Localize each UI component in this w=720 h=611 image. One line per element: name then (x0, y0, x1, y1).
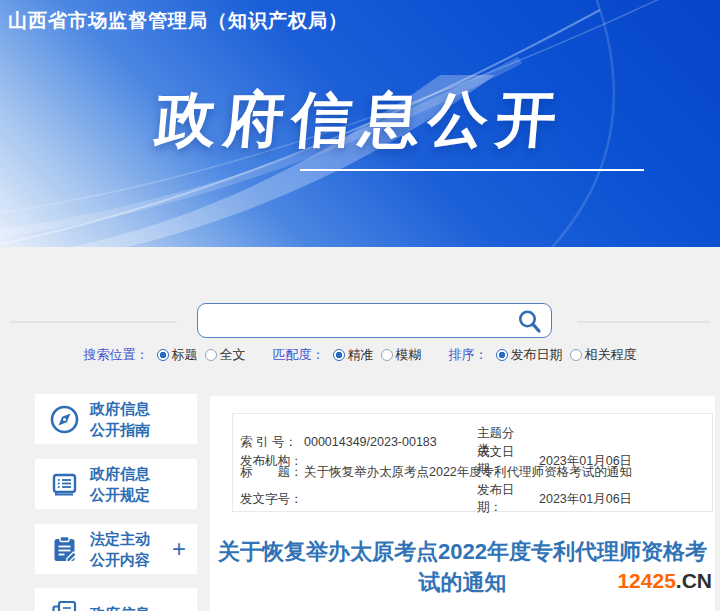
radio-option-relevance[interactable]: 相关程度 (570, 346, 637, 364)
meta-label: 索 引 号： (240, 434, 304, 451)
meta-row-index: 索 引 号： 000014349/2023-00183 主题分类： (233, 425, 712, 444)
compass-icon (48, 403, 81, 436)
site-title: 山西省市场监督管理局（知识产权局） (8, 8, 348, 34)
radio-option-label[interactable]: 相关程度 (585, 346, 637, 364)
meta-value-title: 关于恢复举办太原考点2022年度专利代理师资格考试的通知 (304, 464, 712, 481)
sidebar-item-annual-report[interactable]: 政府信息 (35, 588, 197, 611)
sidebar-item-label-line1: 法定主动 (90, 528, 150, 549)
filter-label: 匹配度： (273, 346, 325, 364)
meta-label: 标 题： (240, 464, 304, 481)
radio-unselected-icon[interactable] (570, 349, 582, 361)
filter-group-scope: 搜索位置： 标题 全文 (84, 346, 246, 364)
meta-row-docnumber: 发文字号： 发布日期： 2023年01月06日 (233, 482, 712, 501)
radio-option-label[interactable]: 标题 (172, 346, 198, 364)
watermark-suffix: .CN (676, 569, 712, 592)
radio-option-fulltext[interactable]: 全文 (205, 346, 246, 364)
expand-plus-icon[interactable]: + (172, 535, 186, 563)
radio-option-fuzzy[interactable]: 模糊 (381, 346, 422, 364)
sidebar-item-label-line2: 公开规定 (90, 484, 150, 505)
meta-row-title: 标 题： 关于恢复举办太原考点2022年度专利代理师资格考试的通知 (233, 463, 712, 482)
radio-option-label[interactable]: 模糊 (396, 346, 422, 364)
radio-selected-icon[interactable] (496, 349, 508, 361)
left-divider (10, 321, 177, 323)
filter-label: 搜索位置： (84, 346, 149, 364)
page: 山西省市场监督管理局（知识产权局） 政府信息公开 搜索位置： 标题 全文 (0, 0, 720, 611)
banner: 山西省市场监督管理局（知识产权局） 政府信息公开 (0, 0, 720, 247)
meta-value-index-number: 000014349/2023-00183 (304, 435, 477, 449)
search-button[interactable] (516, 308, 543, 335)
page-title: 政府信息公开 (0, 80, 720, 161)
sidebar-item-label-line1: 政府信息 (90, 398, 150, 419)
meta-label: 发文字号： (240, 491, 304, 508)
radio-option-label[interactable]: 全文 (220, 346, 246, 364)
document-meta-table: 索 引 号： 000014349/2023-00183 主题分类： 发布机构： … (232, 413, 713, 512)
radio-unselected-icon[interactable] (381, 349, 393, 361)
filter-group-sort: 排序： 发布日期 相关程度 (449, 346, 637, 364)
radio-selected-icon[interactable] (157, 349, 169, 361)
radio-option-label[interactable]: 精准 (348, 346, 374, 364)
watermark: 12425.CN (617, 569, 712, 593)
clipboard-icon (48, 533, 81, 566)
pages-icon (48, 597, 81, 611)
search-box (197, 303, 552, 338)
banner-underline (300, 169, 644, 171)
meta-value-publish-date: 2023年01月06日 (539, 491, 712, 508)
radio-selected-icon[interactable] (333, 349, 345, 361)
sidebar-item-label-line2: 公开指南 (90, 419, 150, 440)
right-divider (577, 321, 710, 323)
sidebar-item-rules[interactable]: 政府信息 公开规定 (35, 459, 197, 509)
sidebar-item-label-line2: 公开内容 (90, 549, 150, 570)
sidebar-item-statutory-disclosure[interactable]: 法定主动 公开内容 + (35, 524, 197, 574)
radio-option-label[interactable]: 发布日期 (511, 346, 563, 364)
radio-option-title[interactable]: 标题 (157, 346, 198, 364)
rulebook-icon (48, 468, 81, 501)
article-content: 索 引 号： 000014349/2023-00183 主题分类： 发布机构： … (210, 396, 715, 611)
search-input[interactable] (208, 306, 508, 335)
radio-option-pubdate[interactable]: 发布日期 (496, 346, 563, 364)
radio-option-exact[interactable]: 精准 (333, 346, 374, 364)
sidebar-item-label-line1: 政府信息 (90, 603, 150, 611)
watermark-brand: 12425 (617, 569, 675, 592)
filter-label: 排序： (449, 346, 488, 364)
filter-group-match: 匹配度： 精准 模糊 (273, 346, 422, 364)
meta-label: 发布日期： (477, 482, 539, 516)
radio-unselected-icon[interactable] (205, 349, 217, 361)
sidebar-item-label-line1: 政府信息 (90, 463, 150, 484)
search-icon (516, 308, 543, 335)
search-filters: 搜索位置： 标题 全文 匹配度： 精准 模糊 排序： (0, 346, 720, 364)
sidebar-item-guide[interactable]: 政府信息 公开指南 (35, 394, 197, 444)
